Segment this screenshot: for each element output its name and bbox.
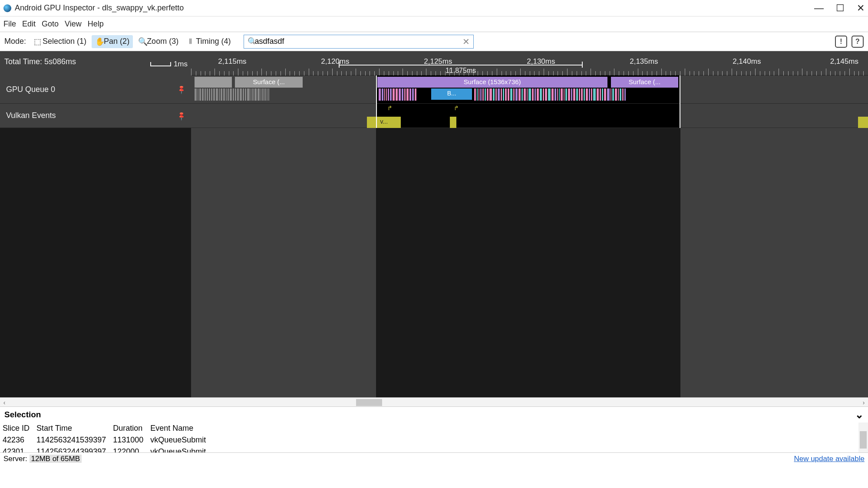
menu-file[interactable]: File (3, 20, 16, 29)
titlebar: Android GPU Inspector - dls_swappy_vk.pe… (0, 0, 868, 16)
clear-search-icon[interactable]: ✕ (462, 36, 470, 47)
app-icon (3, 4, 11, 12)
slice-bars (474, 88, 677, 101)
search-icon: 🔍 (248, 37, 254, 46)
time-tick-label: 2,140ms (733, 57, 761, 66)
event-arrow-icon: ↱ (454, 105, 459, 111)
slice[interactable]: Surface (... (611, 77, 679, 88)
mode-buttons: ⬚Selection (1) ✋Pan (2) 🔍Zoom (3) ⦀Timin… (30, 35, 234, 48)
slice-bars (379, 88, 429, 101)
slice[interactable]: Surface (1536x736) (377, 77, 607, 88)
menu-view[interactable]: View (65, 20, 82, 29)
scroll-thumb[interactable] (356, 399, 382, 406)
memory-usage: 12MB of 65MB (30, 455, 82, 463)
timeline-hscroll[interactable]: ‹ › (0, 397, 868, 407)
mode-selection[interactable]: ⬚Selection (1) (30, 35, 90, 48)
mode-timing[interactable]: ⦀Timing (4) (184, 35, 234, 48)
track-label-gpu-queue[interactable]: GPU Queue 0 📌 (0, 75, 191, 103)
zoom-icon: 🔍 (138, 37, 145, 46)
time-tick-label: 2,135ms (630, 57, 658, 66)
time-tick-label: 2,145ms (830, 57, 858, 66)
track-vulkan-events[interactable]: Vulkan Events 📌 v...vkQ...↱↱ (0, 104, 868, 128)
search-input[interactable] (254, 37, 462, 46)
column-header[interactable]: Start Time (34, 422, 110, 434)
maximize-button[interactable]: ☐ (836, 3, 845, 14)
slice[interactable]: Surface (... (235, 77, 303, 88)
center-span-label: 11.875ms (339, 62, 582, 75)
selection-panel: Selection ⌄ Slice IDStart TimeDurationEv… (0, 407, 868, 453)
column-header[interactable]: Duration (110, 422, 148, 434)
slice-bars (195, 88, 303, 101)
selection-table[interactable]: Slice IDStart TimeDurationEvent Name 422… (0, 422, 210, 452)
window-title: Android GPU Inspector - dls_swappy_vk.pe… (15, 3, 814, 13)
table-row[interactable]: 423011142563244399397122000vkQueueSubmit (0, 446, 210, 452)
help-button[interactable]: ? (851, 36, 864, 48)
track-label-vulkan-events[interactable]: Vulkan Events 📌 (0, 104, 191, 128)
collapse-panel-icon[interactable]: ⌄ (855, 409, 864, 421)
menubar: File Edit Goto View Help (0, 16, 868, 32)
selection-title: Selection (4, 410, 41, 419)
column-header[interactable]: Slice ID (0, 422, 34, 434)
total-time: Total Time: 5s086ms (4, 57, 76, 66)
time-ruler[interactable]: Total Time: 5s086ms 1ms 2,115ms2,120ms2,… (0, 51, 868, 75)
vscroll-thumb[interactable] (860, 431, 867, 449)
slice[interactable] (450, 117, 457, 128)
time-tick-label: 2,115ms (218, 57, 246, 66)
slice[interactable]: B... (431, 88, 472, 100)
statusbar: Server: 12MB of 65MB New update availabl… (0, 453, 868, 465)
scroll-right-arrow[interactable]: › (859, 398, 868, 407)
pan-icon: ✋ (95, 37, 102, 46)
selection-icon: ⬚ (34, 37, 41, 46)
toolbar: Mode: ⬚Selection (1) ✋Pan (2) 🔍Zoom (3) … (0, 32, 868, 51)
mode-zoom[interactable]: 🔍Zoom (3) (135, 35, 182, 48)
mode-pan[interactable]: ✋Pan (2) (92, 35, 133, 48)
timeline[interactable]: Total Time: 5s086ms 1ms 2,115ms2,120ms2,… (0, 51, 868, 397)
menu-help[interactable]: Help (88, 20, 104, 29)
scale-indicator: 1ms (150, 60, 188, 69)
timing-icon: ⦀ (187, 37, 194, 46)
close-button[interactable]: ✕ (857, 3, 865, 14)
update-link[interactable]: New update available (794, 455, 865, 463)
slice[interactable]: vkQ... (858, 117, 868, 128)
scroll-left-arrow[interactable]: ‹ (0, 398, 9, 407)
timeline-body[interactable] (0, 128, 868, 397)
slice[interactable]: v... (367, 117, 401, 128)
event-arrow-icon: ↱ (387, 105, 393, 111)
selection-vscroll[interactable] (858, 422, 868, 452)
info-button[interactable]: ! (835, 36, 847, 48)
pin-icon[interactable]: 📌 (176, 111, 186, 121)
minimize-button[interactable]: — (814, 3, 824, 14)
menu-goto[interactable]: Goto (42, 20, 59, 29)
search-box[interactable]: 🔍 ✕ (244, 35, 474, 49)
server-label: Server: (3, 455, 27, 463)
menu-edit[interactable]: Edit (22, 20, 36, 29)
slice[interactable] (195, 77, 232, 88)
column-header[interactable]: Event Name (148, 422, 210, 434)
table-row[interactable]: 4223611425632415393971131000vkQueueSubmi… (0, 434, 210, 446)
pin-icon[interactable]: 📌 (176, 84, 186, 94)
track-gpu-queue[interactable]: GPU Queue 0 📌 Surface (...Surface (1536x… (0, 75, 868, 104)
mode-label: Mode: (4, 37, 26, 46)
